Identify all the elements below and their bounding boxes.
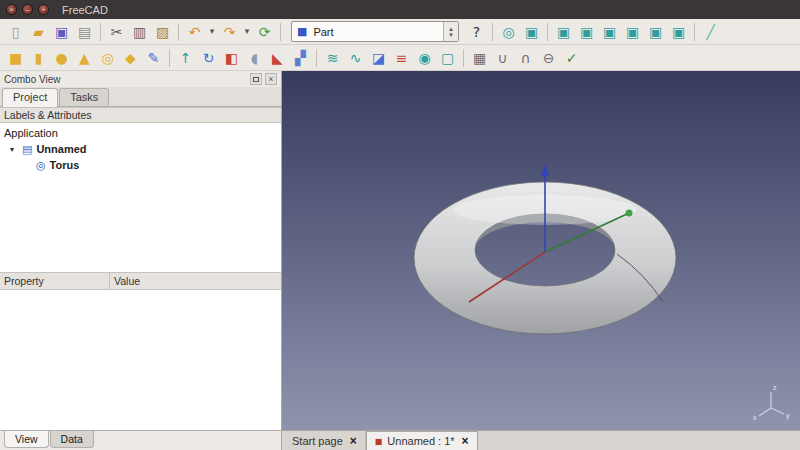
- view-front-button[interactable]: ▣: [552, 21, 575, 43]
- paste-button[interactable]: ▨: [151, 21, 174, 43]
- copy-button[interactable]: ▥: [128, 21, 151, 43]
- tab-unnamed-document[interactable]: ■ Unnamed : 1* ×: [366, 431, 478, 450]
- save-document-button[interactable]: ▣: [50, 21, 73, 43]
- extrude-icon: ↑: [180, 51, 192, 65]
- main-area: Combo View × Project Tasks Labels & Attr…: [0, 71, 800, 450]
- boolean-union-button[interactable]: ∪: [491, 47, 514, 69]
- panel-close-button[interactable]: ×: [265, 73, 277, 85]
- view-bottom-button[interactable]: ▣: [644, 21, 667, 43]
- toolbar-separator: [463, 49, 464, 67]
- section-button[interactable]: ◪: [367, 47, 390, 69]
- print-button[interactable]: ▤: [73, 21, 96, 43]
- open-document-button[interactable]: ▰: [27, 21, 50, 43]
- property-table-body[interactable]: [0, 290, 281, 430]
- tree-item-label: Application: [4, 127, 58, 139]
- tab-data[interactable]: Data: [50, 431, 94, 448]
- undo-history-button[interactable]: ▾: [206, 21, 218, 43]
- chamfer-icon: ◣: [272, 51, 283, 65]
- chamfer-button[interactable]: ◣: [266, 47, 289, 69]
- new-document-icon: ▯: [12, 25, 20, 39]
- view-rear-button[interactable]: ▣: [621, 21, 644, 43]
- offset-3d-icon: ◉: [418, 51, 430, 65]
- refresh-button[interactable]: ⟳: [253, 21, 276, 43]
- tab-start-page[interactable]: Start page ×: [284, 431, 366, 450]
- expander-icon[interactable]: ▾: [10, 145, 20, 154]
- whats-this-icon: ?: [473, 25, 480, 39]
- spin-down-icon: ▾: [449, 32, 453, 38]
- workbench-selector[interactable]: ■ Part ▴ ▾: [291, 21, 459, 42]
- shape-builder-button[interactable]: ✎: [142, 47, 165, 69]
- tree-item-application[interactable]: Application: [0, 125, 281, 141]
- check-geometry-icon: ✓: [566, 51, 578, 65]
- toolbar-separator: [547, 23, 548, 41]
- combo-view-bottom-tabs: View Data: [0, 430, 281, 450]
- check-geometry-button[interactable]: ✓: [560, 47, 583, 69]
- property-column-header: Property: [0, 273, 110, 289]
- tree-item-torus[interactable]: ◎ Torus: [0, 157, 281, 173]
- tab-project[interactable]: Project: [2, 88, 58, 107]
- boolean-union-icon: ∪: [497, 51, 507, 65]
- close-tab-icon[interactable]: ×: [350, 435, 357, 447]
- toolbar-part-workbench: ■▮●▲◎◆✎↑↻◧◖◣▞≋∿◪≡◉▢▦∪∩⊖✓: [0, 45, 800, 71]
- whats-this-button[interactable]: ?: [465, 21, 488, 43]
- new-document-button[interactable]: ▯: [4, 21, 27, 43]
- torus-button[interactable]: ◎: [96, 47, 119, 69]
- thickness-button[interactable]: ▢: [436, 47, 459, 69]
- tab-view[interactable]: View: [4, 431, 49, 448]
- boolean-cut-button[interactable]: ⊖: [537, 47, 560, 69]
- sweep-button[interactable]: ∿: [344, 47, 367, 69]
- redo-history-button[interactable]: ▾: [241, 21, 253, 43]
- window-maximize-button[interactable]: +: [38, 4, 49, 15]
- toolbar-standard: ▯▰▣▤✂▥▨↶▾↷▾⟳ ■ Part ▴ ▾ ?◎▣▣▣▣▣▣▣╱: [0, 19, 800, 45]
- close-tab-icon[interactable]: ×: [462, 435, 469, 447]
- mirror-button[interactable]: ◧: [220, 47, 243, 69]
- document-icon: ▤: [22, 143, 32, 156]
- measure-distance-button[interactable]: ╱: [699, 21, 722, 43]
- cut-button[interactable]: ✂: [105, 21, 128, 43]
- shape-builder-icon: ✎: [148, 51, 160, 65]
- compound-button[interactable]: ▦: [468, 47, 491, 69]
- view-top-button[interactable]: ▣: [575, 21, 598, 43]
- fillet-button[interactable]: ◖: [243, 47, 266, 69]
- tab-label: Unnamed : 1*: [387, 435, 454, 447]
- tree-item-document[interactable]: ▾ ▤ Unnamed: [0, 141, 281, 157]
- fit-all-button[interactable]: ◎: [497, 21, 520, 43]
- view-top-icon: ▣: [580, 25, 593, 39]
- view-front-icon: ▣: [557, 25, 570, 39]
- cone-button[interactable]: ▲: [73, 47, 96, 69]
- offset-3d-button[interactable]: ◉: [413, 47, 436, 69]
- ruled-surface-button[interactable]: ▞: [289, 47, 312, 69]
- ruled-surface-icon: ▞: [295, 51, 306, 65]
- viewport-scene: z x y: [282, 71, 800, 430]
- viewport-3d[interactable]: z x y: [282, 71, 800, 430]
- view-left-icon: ▣: [672, 25, 685, 39]
- toolbar-separator: [100, 23, 101, 41]
- view-left-button[interactable]: ▣: [667, 21, 690, 43]
- workbench-selector-spinner[interactable]: ▴ ▾: [443, 22, 458, 41]
- panel-float-button[interactable]: [250, 73, 262, 85]
- loft-button[interactable]: ≋: [321, 47, 344, 69]
- cross-sections-button[interactable]: ≡: [390, 47, 413, 69]
- tab-tasks[interactable]: Tasks: [59, 88, 109, 106]
- compound-icon: ▦: [473, 51, 486, 65]
- combo-view-panel: Combo View × Project Tasks Labels & Attr…: [0, 71, 282, 450]
- undo-button[interactable]: ↶: [183, 21, 206, 43]
- box-button[interactable]: ■: [4, 47, 27, 69]
- torus-icon: ◎: [36, 159, 46, 172]
- redo-button[interactable]: ↷: [218, 21, 241, 43]
- boolean-common-button[interactable]: ∩: [514, 47, 537, 69]
- view-axonometric-button[interactable]: ▣: [520, 21, 543, 43]
- extrude-button[interactable]: ↑: [174, 47, 197, 69]
- combo-view-tabs: Project Tasks: [0, 87, 281, 107]
- cylinder-button[interactable]: ▮: [27, 47, 50, 69]
- create-primitives-button[interactable]: ◆: [119, 47, 142, 69]
- refresh-icon: ⟳: [259, 25, 271, 39]
- view-right-button[interactable]: ▣: [598, 21, 621, 43]
- revolve-button[interactable]: ↻: [197, 47, 220, 69]
- create-primitives-icon: ◆: [125, 51, 136, 65]
- labels-attributes-header: Labels & Attributes: [0, 107, 281, 123]
- cylinder-icon: ▮: [35, 51, 43, 65]
- window-minimize-button[interactable]: –: [22, 4, 33, 15]
- sphere-button[interactable]: ●: [50, 47, 73, 69]
- window-close-button[interactable]: ×: [6, 4, 17, 15]
